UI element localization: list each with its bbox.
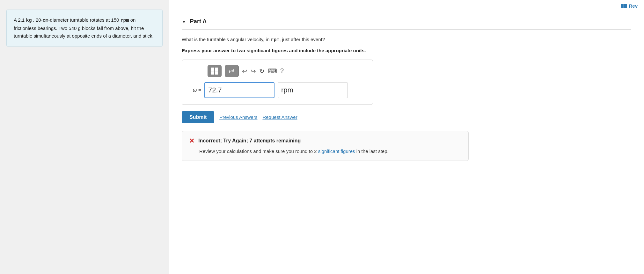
request-answer-button[interactable]: Request Answer (262, 114, 297, 120)
help-button[interactable]: ? (280, 67, 284, 75)
input-row: ω = (188, 82, 366, 98)
feedback-body: Review your calculations and make sure y… (189, 148, 461, 155)
keyboard-icon: ⌨ (268, 68, 277, 75)
redo-button[interactable]: ↪ (251, 67, 256, 75)
feedback-header: ✕ Incorrect; Try Again; 7 attempts remai… (189, 137, 461, 145)
refresh-button[interactable]: ↻ (259, 67, 265, 75)
undo-button[interactable]: ↩ (242, 67, 247, 75)
submit-button[interactable]: Submit (182, 111, 214, 123)
rev-label: Rev (629, 3, 638, 9)
value-input[interactable] (204, 82, 274, 98)
part-a-section: ▼ Part A What is the turntable's angular… (169, 12, 644, 170)
answer-container: μÅ ↩ ↪ ↻ ⌨ (182, 60, 373, 105)
problem-text: A 2.1 kg , 20-cm-diameter turntable rota… (14, 17, 154, 39)
collapse-arrow-icon[interactable]: ▼ (182, 19, 186, 24)
part-header: ▼ Part A (182, 18, 631, 30)
omega-label: ω = (188, 87, 201, 93)
mu-label: μÅ (229, 68, 234, 73)
feedback-body-suffix: in the last step. (355, 148, 389, 154)
mu-button[interactable]: μÅ (225, 65, 239, 77)
incorrect-icon: ✕ (189, 137, 194, 145)
grid-icon (211, 68, 218, 75)
significant-figures-link[interactable]: significant figures (318, 148, 355, 154)
rev-button[interactable]: Rev (621, 3, 638, 9)
rev-icon (621, 4, 627, 8)
left-panel: A 2.1 kg , 20-cm-diameter turntable rota… (0, 0, 169, 274)
feedback-body-text: Review your calculations and make sure y… (199, 148, 318, 154)
instruction-text: Express your answer to two significant f… (182, 48, 631, 53)
undo-icon: ↩ (242, 68, 247, 75)
action-row: Submit Previous Answers Request Answer (182, 111, 631, 123)
redo-icon: ↪ (251, 68, 256, 75)
grid-button[interactable] (208, 65, 222, 77)
refresh-icon: ↻ (259, 68, 265, 75)
feedback-box: ✕ Incorrect; Try Again; 7 attempts remai… (182, 131, 469, 161)
part-a-title: Part A (190, 18, 207, 25)
problem-statement: A 2.1 kg , 20-cm-diameter turntable rota… (6, 10, 163, 47)
previous-answers-button[interactable]: Previous Answers (219, 114, 257, 120)
unit-input[interactable] (278, 82, 348, 98)
help-icon: ? (280, 67, 284, 74)
question-text: What is the turntable's angular velocity… (182, 36, 631, 44)
top-bar: Rev (169, 0, 644, 12)
keyboard-button[interactable]: ⌨ (268, 67, 277, 75)
right-panel: Rev ▼ Part A What is the turntable's ang… (169, 0, 644, 274)
toolbar: μÅ ↩ ↪ ↻ ⌨ (188, 65, 366, 77)
feedback-title: Incorrect; Try Again; 7 attempts remaini… (198, 138, 301, 144)
